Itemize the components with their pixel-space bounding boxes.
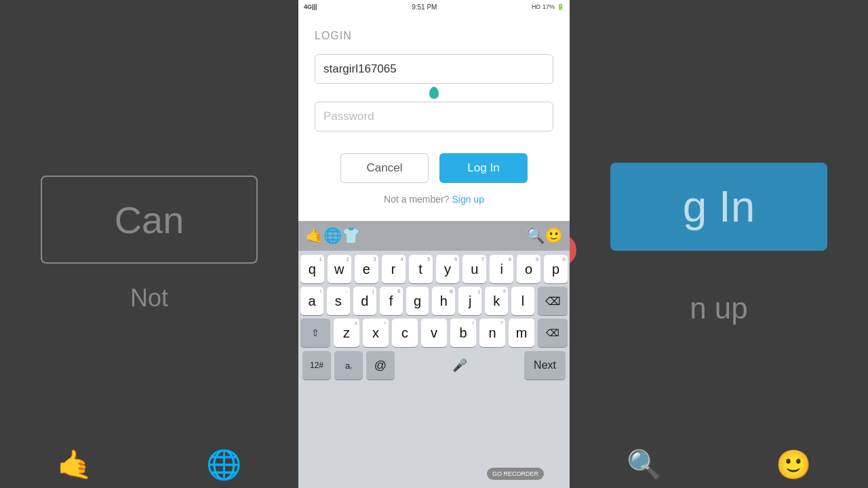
- keyboard-toolbar: 🤙 🌐 👕 🔍 🙂: [298, 221, 570, 251]
- signal-text: 4G|||: [304, 3, 317, 10]
- battery-text: 17%: [542, 3, 555, 10]
- bg-hand-icon: 🤙: [57, 448, 92, 481]
- kb-shirt-icon[interactable]: 👕: [342, 227, 360, 245]
- key-k[interactable]: #k: [485, 287, 508, 315]
- key-o[interactable]: 9o: [517, 255, 540, 283]
- password-input[interactable]: [315, 102, 553, 131]
- key-num[interactable]: 12#: [302, 351, 331, 380]
- battery-icon: 🔋: [557, 3, 564, 10]
- text-cursor-drop: [429, 87, 439, 99]
- keyboard-rows: 1q 2w 3e 4r 5t 6y 7u 8i 9o 0p \a -s (d $…: [298, 251, 570, 488]
- key-a[interactable]: \a: [300, 287, 323, 315]
- login-button[interactable]: Log In: [439, 153, 528, 183]
- status-right: HD 17% 🔋: [532, 3, 564, 10]
- key-j[interactable]: jj: [458, 287, 481, 315]
- key-e[interactable]: 3e: [355, 255, 378, 283]
- kb-search-icon[interactable]: 🔍: [526, 227, 545, 245]
- username-input[interactable]: [315, 54, 553, 84]
- key-next[interactable]: Next: [524, 351, 566, 380]
- bg-login-box: g In: [610, 163, 827, 251]
- key-d[interactable]: (d: [353, 287, 376, 315]
- key-f[interactable]: $f: [380, 287, 403, 315]
- bg-cancel-box: Can: [41, 176, 258, 264]
- phone-container: 4G||| 9:51 PM HD 17% 🔋 LOGIN Cancel Log …: [298, 0, 570, 488]
- bg-bottom-icons-left: 🤙 🌐: [0, 448, 298, 481]
- key-z[interactable]: xz: [334, 319, 359, 347]
- bg-bottom-icons-right: 🔍 🙂: [570, 448, 868, 481]
- key-mic[interactable]: 🎤: [398, 351, 521, 380]
- bg-search-icon: 🔍: [627, 448, 662, 481]
- key-q[interactable]: 1q: [300, 255, 324, 283]
- key-at[interactable]: @: [366, 351, 395, 380]
- key-b[interactable]: !b: [450, 319, 476, 347]
- bg-smiley-icon: 🙂: [776, 448, 811, 481]
- key-t[interactable]: 5t: [409, 255, 433, 283]
- kb-emoji-icon[interactable]: 🙂: [545, 227, 563, 245]
- keyboard: 🤙 🌐 👕 🔍 🙂 1q 2w 3e 4r 5t 6y 7u 8i 9o 0p: [298, 221, 570, 488]
- not-member-text: Not a member?: [384, 194, 449, 205]
- key-h[interactable]: &h: [432, 287, 455, 315]
- bg-globe-icon: 🌐: [206, 448, 241, 481]
- action-buttons: Cancel Log In: [315, 153, 553, 183]
- keyboard-row-1: 1q 2w 3e 4r 5t 6y 7u 8i 9o 0p: [300, 255, 568, 283]
- key-m[interactable]: m: [509, 319, 534, 347]
- bg-left: Can Not 🤙 🌐: [0, 0, 298, 488]
- key-p[interactable]: 0p: [544, 255, 568, 283]
- keyboard-bottom-row: 12# a, @ 🎤 Next: [300, 350, 568, 380]
- bg-signup-label: n up: [690, 291, 748, 325]
- cancel-button[interactable]: Cancel: [340, 153, 429, 183]
- key-comma[interactable]: a,: [334, 351, 363, 380]
- hd-badge: HD: [532, 3, 540, 10]
- login-modal: LOGIN Cancel Log In Not a member? Sign u…: [298, 14, 570, 221]
- status-left: 4G|||: [304, 3, 317, 10]
- key-r[interactable]: 4r: [382, 255, 406, 283]
- key-n[interactable]: ?n: [479, 319, 505, 347]
- keyboard-row-2: \a -s (d $f g &h jj #k l ⌫: [300, 287, 568, 315]
- status-bar: 4G||| 9:51 PM HD 17% 🔋: [298, 0, 570, 14]
- not-member-section: Not a member? Sign up: [315, 194, 553, 207]
- bg-not-member-text: Not: [130, 284, 168, 312]
- kb-hand-icon[interactable]: 🤙: [305, 227, 323, 245]
- key-y[interactable]: 6y: [436, 255, 460, 283]
- bg-login-text: g In: [683, 182, 755, 232]
- key-w[interactable]: 2w: [328, 255, 351, 283]
- key-s[interactable]: -s: [327, 287, 350, 315]
- key-g[interactable]: g: [406, 287, 429, 315]
- bg-not-text: Not: [130, 284, 168, 312]
- key-u[interactable]: 7u: [462, 255, 486, 283]
- key-v[interactable]: v: [421, 319, 447, 347]
- key-i[interactable]: 8i: [490, 255, 513, 283]
- bg-right: g In n up 🔍 🙂: [570, 0, 868, 488]
- go-recorder-badge: GO RECORDER: [487, 468, 544, 480]
- key-l[interactable]: l: [511, 287, 534, 315]
- key-c[interactable]: c: [392, 319, 418, 347]
- key-backspace[interactable]: ⌫: [538, 287, 568, 315]
- status-time: 9:51 PM: [412, 3, 437, 11]
- bg-signup-text: n up: [690, 291, 748, 325]
- key-x[interactable]: ÷x: [363, 319, 389, 347]
- key-delete[interactable]: ⌫: [538, 319, 568, 347]
- kb-globe-icon[interactable]: 🌐: [323, 227, 342, 245]
- bg-cancel-text: Can: [115, 198, 184, 242]
- cursor-drop: [315, 87, 553, 99]
- key-shift[interactable]: ⇧: [300, 319, 330, 347]
- keyboard-row-3: ⇧ xz ÷x c v !b ?n m ⌫: [300, 319, 568, 347]
- login-title: LOGIN: [315, 30, 553, 42]
- signup-link[interactable]: Sign up: [452, 194, 484, 205]
